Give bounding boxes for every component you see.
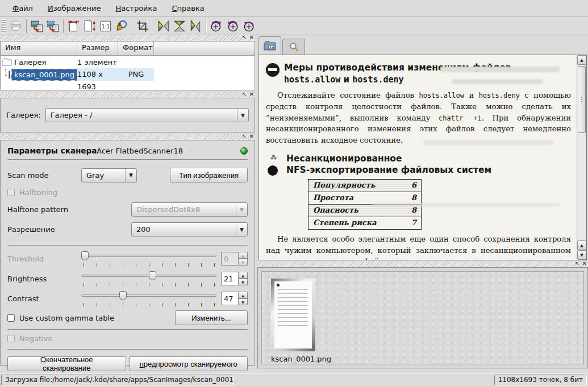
chevron-down-icon: ▼ [237, 109, 248, 122]
gallery-list-dock: ↖✕ Имя Размер Формат Галерея 1 эл [0, 35, 255, 90]
contrast-spinbox[interactable]: 47 ▲▼ [221, 292, 248, 305]
list-item[interactable]: kscan_0001.png [271, 279, 315, 363]
dock-header[interactable]: ↖✕ [0, 134, 255, 140]
column-name[interactable]: Имя [1, 41, 77, 56]
spin-up-icon: ▲ [238, 252, 248, 259]
thumbnail-frame [271, 279, 315, 351]
mirror-vertical-icon[interactable] [156, 18, 172, 34]
column-format[interactable]: Формат [118, 41, 154, 56]
scroll-up-icon[interactable]: ▲ [577, 240, 586, 250]
fit-width-icon[interactable] [66, 18, 82, 34]
column-size[interactable]: Размер [77, 41, 118, 56]
gamma-table-checkbox[interactable] [7, 314, 15, 322]
save-image-icon[interactable] [29, 18, 45, 34]
folder-icon [2, 58, 12, 67]
crop-icon[interactable] [135, 18, 151, 34]
dock-close-icon[interactable]: ✕ [249, 91, 254, 98]
dock-close-icon[interactable]: ✕ [582, 260, 587, 267]
thumbnail-view: kscan_0001.png [261, 271, 584, 364]
scanner-device-name: Acer FlatbedScanner18 [97, 147, 183, 155]
viewer-scrollbar[interactable]: ▲ ▲ ▼ [577, 55, 586, 260]
dock-restore-icon[interactable]: ↖ [242, 133, 247, 140]
tab-gallery-viewer[interactable] [258, 36, 281, 55]
thumbnail-image [274, 281, 312, 348]
zoom-lock-icon[interactable] [114, 18, 130, 34]
divider [7, 159, 248, 160]
kooka-window: Файл Изображение Настройка Справка 1:1 [0, 0, 588, 386]
dock-header[interactable]: ↖✕ [0, 35, 255, 41]
negative-checkbox [7, 335, 15, 342]
menu-file[interactable]: Файл [6, 2, 40, 15]
chevron-down-icon: ▼ [236, 203, 247, 216]
save-selection-icon[interactable] [45, 18, 61, 34]
main-toolbar: 1:1 [0, 17, 588, 35]
resolution-combobox[interactable]: 200 ▼ [131, 222, 248, 236]
tree-branch [5, 69, 7, 76]
fit-height-icon[interactable] [82, 18, 98, 34]
menu-settings[interactable]: Настройка [109, 2, 164, 15]
dock-restore-icon[interactable]: ↖ [242, 34, 247, 41]
table-row[interactable]: Галерея 1 элемент [1, 56, 255, 68]
image-type-button[interactable]: Тип изображения [170, 168, 248, 182]
gallery-combobox[interactable]: Галерея - / ▼ [45, 108, 249, 122]
threshold-spinbox: 0 ▲▼ [221, 252, 248, 265]
dock-restore-icon[interactable]: ↖ [575, 260, 579, 267]
dock-header[interactable]: ↖✕ [0, 92, 255, 98]
scroll-down-icon[interactable]: ▼ [577, 250, 586, 260]
toolbar-separator [206, 19, 206, 33]
magnifier-icon [288, 42, 299, 52]
preview-scan-button[interactable]: предпросмотр сканируемого [130, 356, 248, 371]
toolbar-separator [132, 19, 132, 33]
dock-restore-icon[interactable]: ↖ [242, 91, 247, 98]
dock-close-icon[interactable]: ✕ [249, 133, 254, 140]
scanned-page[interactable]: Меры противодействия изменениям файлов h… [259, 55, 577, 260]
rotate-ccw-icon[interactable] [224, 18, 240, 34]
menu-help[interactable]: Справка [165, 2, 211, 15]
halftone-pattern-combobox: DispersedDot8x8 ▼ [131, 202, 248, 217]
edit-gamma-button[interactable]: Изменить... [175, 310, 248, 325]
spin-down-icon[interactable]: ▼ [238, 298, 248, 305]
brightness-label: Brightness [7, 275, 81, 283]
table-row[interactable]: kscan_0001.png 1108 x 1693 PNG [1, 68, 255, 81]
threshold-label: Threshold [7, 255, 81, 263]
scrollbar-thumb[interactable] [578, 66, 586, 133]
zoom-1to1-icon[interactable]: 1:1 [98, 18, 114, 34]
thumbnail-dock: ↖✕ kscan_0001.png [257, 262, 588, 368]
main-area: ↖✕ Имя Размер Формат Галерея 1 эл [0, 35, 588, 373]
file-list-header: Имя Размер Формат [1, 41, 255, 56]
dock-header[interactable]: ↖✕ [257, 262, 588, 267]
mirror-both-icon[interactable] [187, 18, 203, 34]
page-showthrough [452, 79, 543, 84]
final-scan-button[interactable]: Окончательное сканирование [7, 356, 126, 371]
brightness-spinbox[interactable]: 21 ▲▼ [221, 272, 248, 285]
toolbar-separator [153, 19, 153, 33]
divider [7, 245, 248, 246]
resolution-label: Разрешение [7, 225, 131, 234]
scan-mode-combobox[interactable]: Gray ▼ [81, 168, 137, 182]
folder-image-icon [264, 41, 276, 51]
toolbar-grip[interactable] [1, 19, 6, 34]
mirror-horizontal-icon[interactable] [172, 18, 187, 34]
scroll-up-icon[interactable]: ▲ [577, 55, 586, 65]
page-showthrough [440, 67, 560, 72]
spin-down-icon[interactable]: ▼ [238, 279, 248, 285]
rotate-180-icon[interactable] [240, 18, 256, 34]
toolbar-separator [63, 19, 64, 33]
image-file-icon [8, 70, 10, 79]
page-showthrough [423, 140, 554, 145]
menu-image[interactable]: Изображение [41, 2, 108, 15]
thumbnail-label: kscan_0001.png [271, 355, 315, 363]
svg-text:1:1: 1:1 [102, 23, 110, 29]
contrast-slider[interactable] [81, 290, 216, 307]
tab-scan-preview[interactable] [282, 39, 305, 55]
brightness-slider[interactable] [81, 270, 216, 287]
dock-close-icon[interactable]: ✕ [249, 34, 254, 41]
spin-up-icon[interactable]: ▲ [238, 292, 248, 298]
rotate-cw-icon[interactable] [208, 18, 224, 34]
divider [7, 349, 248, 350]
file-list: Имя Размер Формат Галерея 1 элемент [0, 41, 255, 90]
contrast-label: Contrast [7, 294, 81, 303]
print-icon[interactable] [8, 18, 24, 34]
scan-mode-label: Scan mode [7, 171, 81, 180]
spin-up-icon[interactable]: ▲ [238, 272, 248, 279]
